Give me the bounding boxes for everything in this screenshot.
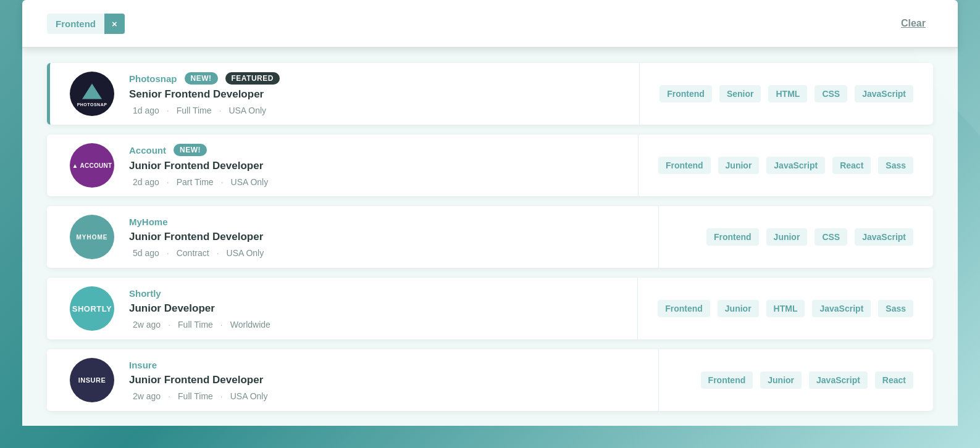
company-logo-myhome: MYHOME [70, 215, 114, 259]
job-tag-frontend[interactable]: Frontend [706, 228, 759, 246]
filter-tag-frontend: Frontend × [47, 14, 125, 34]
job-tags-insure: FrontendJuniorJavaScriptReact [679, 371, 913, 389]
job-location: USA Only [228, 106, 266, 115]
job-tag-frontend[interactable]: Frontend [658, 157, 711, 174]
company-name-shortly: Shortly [129, 288, 161, 299]
dot: · [220, 391, 223, 401]
job-title-myhome[interactable]: Junior Frontend Developer [129, 231, 639, 243]
job-tag-javascript[interactable]: JavaScript [812, 300, 871, 317]
job-tags-photosnap: FrontendSeniorHTMLCSSJavaScript [660, 85, 913, 102]
dot: · [167, 106, 169, 115]
job-time: 2d ago [133, 177, 159, 187]
job-tag-junior[interactable]: Junior [766, 228, 808, 246]
vertical-divider [658, 206, 659, 268]
dot: · [168, 320, 170, 330]
job-time: 1d ago [133, 106, 159, 115]
company-row-shortly: Shortly [129, 288, 618, 299]
filter-tag-remove-button[interactable]: × [104, 14, 125, 34]
job-tag-css[interactable]: CSS [815, 228, 847, 246]
svg-marker-0 [82, 83, 102, 99]
job-location: Worldwide [230, 320, 270, 330]
company-row-insure: Insure [129, 360, 639, 370]
badge-new: NEW! [185, 72, 218, 85]
job-card-myhome: MYHOMEMyHomeJunior Frontend Developer 5d… [47, 206, 933, 268]
job-type: Full Time [178, 391, 213, 401]
clear-filters-button[interactable]: Clear [894, 13, 933, 34]
dot: · [217, 248, 219, 258]
filter-bar: Frontend × Clear [22, 0, 958, 48]
company-name-account: Account [129, 145, 166, 156]
job-tag-sass[interactable]: Sass [878, 157, 913, 174]
badge-new: NEW! [174, 144, 207, 156]
dot: · [168, 391, 170, 401]
job-info-account: AccountNEW!Junior Frontend Developer 2d … [129, 144, 618, 187]
company-name-myhome: MyHome [129, 217, 168, 227]
job-title-photosnap[interactable]: Senior Frontend Developer [129, 88, 619, 101]
job-tag-html[interactable]: HTML [768, 85, 807, 102]
dot: · [167, 177, 169, 187]
job-tag-junior[interactable]: Junior [718, 300, 759, 317]
job-tag-javascript[interactable]: JavaScript [766, 157, 825, 174]
dot: · [219, 106, 222, 115]
job-tags-shortly: FrontendJuniorHTMLJavaScriptSass [658, 300, 913, 317]
job-info-myhome: MyHomeJunior Frontend Developer 5d ago ·… [129, 217, 639, 258]
job-location: USA Only [227, 248, 264, 258]
job-tag-junior[interactable]: Junior [760, 371, 802, 389]
job-card-photosnap: PHOTOSNAPPhotosnapNEW!FEATUREDSenior Fro… [47, 63, 933, 125]
dot: · [221, 177, 224, 187]
job-tag-senior[interactable]: Senior [719, 85, 761, 102]
job-title-account[interactable]: Junior Frontend Developer [129, 160, 618, 172]
job-meta-shortly: 2w ago · Full Time · Worldwide [129, 320, 618, 330]
company-logo-shortly: shortly [70, 286, 114, 331]
job-meta-insure: 2w ago · Full Time · USA Only [129, 391, 639, 401]
job-tag-sass[interactable]: Sass [878, 300, 913, 317]
company-logo-account: ▲ ACCOUNT [70, 143, 114, 188]
job-time: 5d ago [133, 248, 159, 258]
job-title-insure[interactable]: Junior Frontend Developer [129, 374, 639, 386]
job-card-insure: INSUREInsureJunior Frontend Developer 2w… [47, 349, 933, 411]
job-type: Part Time [177, 177, 214, 187]
job-tag-junior[interactable]: Junior [718, 157, 760, 174]
job-tags-myhome: FrontendJuniorCSSJavaScript [679, 228, 913, 246]
vertical-divider [637, 278, 638, 339]
vertical-divider [658, 349, 659, 411]
job-location: USA Only [231, 177, 269, 187]
job-tag-frontend[interactable]: Frontend [660, 85, 712, 102]
job-card-shortly: shortlyShortlyJunior Developer 2w ago · … [47, 278, 933, 339]
vertical-divider [639, 63, 640, 125]
job-tag-react[interactable]: React [875, 371, 913, 389]
company-name-insure: Insure [129, 360, 157, 370]
job-tag-javascript[interactable]: JavaScript [809, 371, 868, 389]
job-type: Full Time [177, 106, 212, 115]
company-row-account: AccountNEW! [129, 144, 618, 156]
filter-tags: Frontend × [47, 14, 125, 34]
job-info-photosnap: PhotosnapNEW!FEATUREDSenior Frontend Dev… [129, 72, 619, 115]
job-tag-react[interactable]: React [832, 157, 871, 174]
job-info-insure: InsureJunior Frontend Developer 2w ago ·… [129, 360, 639, 401]
job-tags-account: FrontendJuniorJavaScriptReactSass [658, 157, 913, 174]
vertical-divider [638, 135, 639, 196]
dot: · [167, 248, 169, 258]
job-tag-frontend[interactable]: Frontend [658, 300, 710, 317]
dot: · [220, 320, 223, 330]
company-row-photosnap: PhotosnapNEW!FEATURED [129, 72, 619, 85]
job-tag-html[interactable]: HTML [766, 300, 805, 317]
job-tag-css[interactable]: CSS [815, 85, 847, 102]
job-time: 2w ago [133, 320, 161, 330]
job-location: USA Only [230, 391, 268, 401]
job-type: Contract [177, 248, 209, 258]
job-tag-javascript[interactable]: JavaScript [855, 85, 913, 102]
job-meta-myhome: 5d ago · Contract · USA Only [129, 248, 639, 258]
job-title-shortly[interactable]: Junior Developer [129, 302, 618, 315]
job-card-account: ▲ ACCOUNTAccountNEW!Junior Frontend Deve… [47, 135, 933, 196]
company-logo-photosnap: PHOTOSNAP [70, 72, 114, 116]
job-tag-frontend[interactable]: Frontend [701, 371, 753, 389]
company-logo-insure: INSURE [70, 358, 114, 402]
badge-featured: FEATURED [225, 72, 280, 85]
job-meta-photosnap: 1d ago · Full Time · USA Only [129, 106, 619, 115]
job-time: 2w ago [133, 391, 161, 401]
job-tag-javascript[interactable]: JavaScript [855, 228, 913, 246]
company-row-myhome: MyHome [129, 217, 639, 227]
filter-tag-label: Frontend [47, 14, 104, 34]
job-meta-account: 2d ago · Part Time · USA Only [129, 177, 618, 187]
